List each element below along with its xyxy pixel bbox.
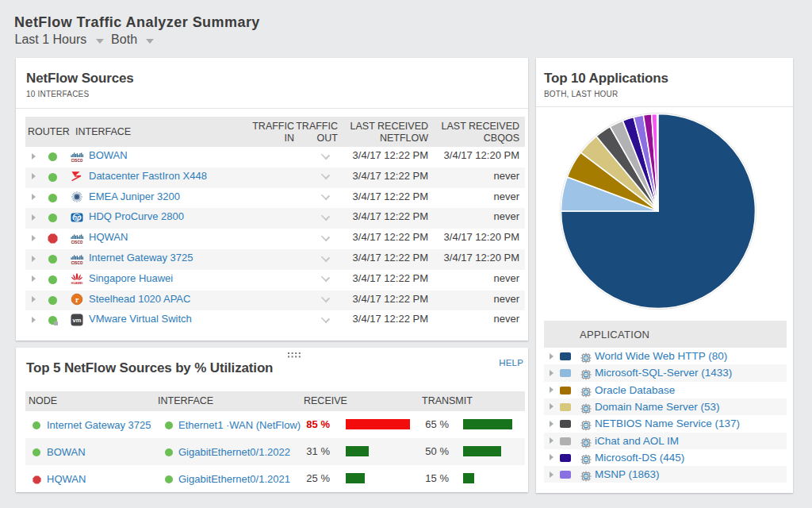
svg-text:HUAWEI: HUAWEI — [71, 282, 82, 285]
svg-text:vm: vm — [73, 317, 82, 324]
svg-text:CISCO: CISCO — [71, 240, 83, 244]
svg-text:r: r — [75, 295, 79, 304]
svg-text:CISCO: CISCO — [71, 158, 83, 162]
svg-text:CISCO: CISCO — [71, 260, 83, 264]
